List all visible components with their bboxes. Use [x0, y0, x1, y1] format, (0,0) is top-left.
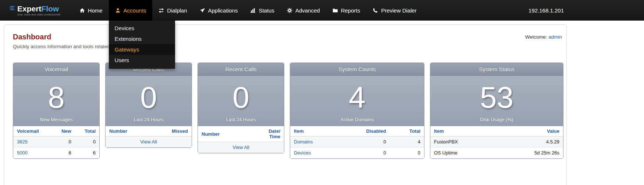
row-link[interactable]: Domains — [294, 139, 313, 145]
card-value: 0 — [198, 76, 284, 117]
table-cell: 0 — [52, 136, 75, 147]
table-cell: 5d 25m 26s — [495, 147, 563, 159]
brand-flow: Flow — [41, 4, 59, 13]
menu-item-extensions[interactable]: Extensions — [109, 33, 175, 44]
column-header: New — [52, 126, 75, 136]
row-link[interactable]: 5000 — [17, 150, 28, 156]
card-table: ItemValueFusionPBX4.5.29OS Uptime5d 25m … — [430, 126, 563, 159]
card-table-header: VoicemailNewTotal — [13, 126, 99, 136]
view-all-row: View All — [106, 136, 192, 147]
card-table-body: View All — [106, 136, 192, 147]
server-ip-address: 192.168.1.201 — [529, 7, 564, 14]
table-cell: 0 — [339, 147, 390, 159]
nav-item-label: Applications — [208, 7, 238, 14]
column-header: Missed — [150, 126, 192, 136]
menu-item-gateways[interactable]: Gateways — [109, 44, 175, 55]
card-title: Recent Calls — [198, 63, 284, 76]
table-cell: Domains — [290, 136, 339, 147]
folder-icon — [332, 8, 338, 13]
send-icon — [200, 8, 205, 13]
welcome-user-link[interactable]: admin — [548, 34, 562, 40]
view-all-link[interactable]: View All — [140, 139, 157, 145]
table-cell: View All — [198, 142, 284, 153]
table-cell: 0 — [390, 147, 424, 159]
header-row: VoicemailNewTotal — [13, 126, 99, 136]
nav-item-label: Preview Dialer — [381, 7, 417, 14]
table-row: OS Uptime5d 25m 26s — [430, 147, 563, 159]
card-summary: 0Last 24 Hours — [198, 76, 284, 126]
column-header: Item — [290, 126, 339, 136]
expertflow-logo[interactable]: ExpertFlow chat, voice and video contact… — [10, 0, 61, 21]
nav-item-label: Accounts — [124, 7, 146, 14]
column-header: Total — [75, 126, 99, 136]
transfer-arrows-icon — [159, 8, 164, 13]
accounts-dropdown: Devices Extensions Gateways Users — [109, 21, 175, 69]
table-row: Devices00 — [290, 147, 424, 159]
menu-item-users[interactable]: Users — [109, 55, 175, 65]
column-header: Number — [106, 126, 150, 136]
nav-item-accounts[interactable]: Accounts Devices Extensions Gateways Use… — [109, 0, 153, 21]
dashboard-card: Recent Calls0Last 24 HoursNumberDate/ Ti… — [198, 63, 284, 153]
header-row: NumberDate/ Time — [198, 126, 284, 142]
expertflow-logo-icon — [10, 5, 15, 13]
table-row: FusionPBX4.5.29 — [430, 136, 563, 147]
main-content-panel: Dashboard Quickly access information and… — [4, 24, 567, 185]
dashboard-cards: Voicemail8New MessagesVoicemailNewTotal3… — [13, 63, 563, 159]
card-value: 8 — [13, 76, 99, 117]
nav-item-status[interactable]: Status — [244, 0, 281, 21]
top-navbar: ExpertFlow chat, voice and video contact… — [0, 0, 644, 21]
nav-item-dialplan[interactable]: Dialplan — [152, 0, 193, 21]
nav-item-label: Advanced — [295, 7, 320, 14]
nav-item-label: Dialplan — [167, 7, 187, 14]
brand-expert: Expert — [17, 4, 41, 13]
page-header: Dashboard Quickly access information and… — [13, 33, 563, 49]
table-row: 500066 — [13, 147, 99, 159]
card-title: System Counts — [290, 63, 424, 76]
card-summary: 4Active Domains — [290, 76, 424, 126]
card-caption: Disk Usage (%) — [430, 117, 563, 126]
card-summary: 8New Messages — [13, 76, 99, 126]
card-title: System Status — [430, 63, 563, 76]
card-caption: Active Domains — [290, 117, 424, 126]
table-cell: Devices — [290, 147, 339, 159]
brand-tagline: chat, voice and video contactcenter — [10, 13, 61, 16]
header-row: NumberMissed — [106, 126, 192, 136]
table-cell: OS Uptime — [430, 147, 495, 159]
table-cell: 5000 — [13, 147, 52, 159]
nav-item-label: Home — [88, 7, 103, 14]
table-cell: 0 — [75, 136, 99, 147]
card-table: NumberDate/ TimeView All — [198, 126, 284, 153]
page-title-block: Dashboard Quickly access information and… — [13, 33, 110, 49]
card-table-body: FusionPBX4.5.29OS Uptime5d 25m 26s — [430, 136, 563, 159]
card-table: VoicemailNewTotal362500500066 — [13, 126, 99, 159]
card-table-body: Domains04Devices00 — [290, 136, 424, 159]
table-cell: FusionPBX — [430, 136, 495, 147]
nav-item-reports[interactable]: Reports — [326, 0, 367, 21]
nav-item-advanced[interactable]: Advanced — [281, 0, 326, 21]
nav-item-applications[interactable]: Applications — [193, 0, 244, 21]
page-title: Dashboard — [13, 33, 110, 41]
page-subtitle: Quickly access information and tools rel… — [13, 44, 110, 49]
column-header: Disabled — [339, 126, 390, 136]
dashboard-card: Missed Calls0Last 24 HoursNumberMissedVi… — [105, 63, 192, 148]
card-title: Voicemail — [13, 63, 99, 76]
menu-item-devices[interactable]: Devices — [109, 23, 175, 33]
view-all-link[interactable]: View All — [232, 145, 249, 150]
card-value: 4 — [290, 76, 424, 117]
logo-row: ExpertFlow — [10, 4, 61, 13]
table-row: 362500 — [13, 136, 99, 147]
row-link[interactable]: 3625 — [17, 139, 28, 145]
column-header: Value — [495, 126, 563, 136]
table-cell: 0 — [339, 136, 390, 147]
nav-item-home[interactable]: Home — [73, 0, 109, 21]
column-header: Voicemail — [13, 126, 52, 136]
welcome-text: Welcome: admin — [525, 33, 562, 40]
row-link[interactable]: Devices — [294, 150, 311, 156]
card-value: 53 — [430, 76, 563, 117]
card-table-header: ItemDisabledTotal — [290, 126, 424, 136]
header-row: ItemValue — [430, 126, 563, 136]
card-table-body: View All — [198, 142, 284, 153]
dashboard-card: System Status53Disk Usage (%)ItemValueFu… — [430, 63, 563, 159]
table-cell: 4.5.29 — [495, 136, 563, 147]
nav-item-preview-dialer[interactable]: Preview Dialer — [366, 0, 423, 21]
